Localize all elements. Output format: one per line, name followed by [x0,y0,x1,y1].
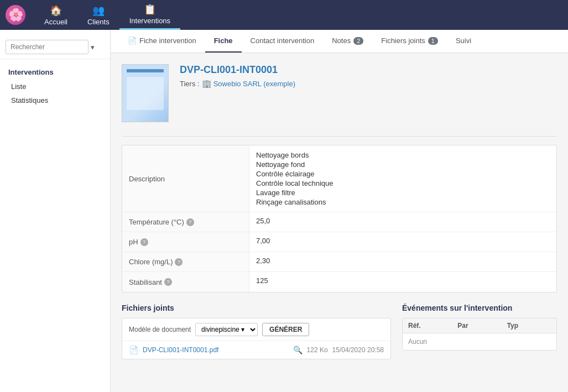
pdf-icon: 📄 [129,346,138,354]
tab-contact-intervention[interactable]: Contact intervention [242,30,324,53]
nav-clients-label: Clients [87,18,110,26]
intervention-tiers: Tiers : 🏢 Sowebio SARL (exemple) [180,79,557,88]
field-value-ph: 7,00 [249,232,556,252]
tab-fichiers-joints[interactable]: Fichiers joints 1 [372,30,447,53]
tab-fiche[interactable]: Fiche [205,30,242,53]
divider [122,136,557,137]
tiers-icon: 🏢 [202,79,211,88]
field-row-ph: pH ? 7,00 [122,232,556,252]
notes-badge: 2 [353,37,363,45]
field-label-temperature: Température (°C) ? [122,212,249,232]
sidebar: ▾ Interventions Liste Statistiques [0,30,111,392]
search-container: ▾ [0,35,110,59]
doc-thumbnail [122,64,169,122]
nav-accueil[interactable]: 🏠 Accueil [34,0,77,30]
tab-notes[interactable]: Notes 2 [323,30,372,53]
app-logo: 🌸 [6,5,25,25]
file-name[interactable]: DVP-CLI001-INT0001.pdf [143,346,289,354]
fiche-content: DVP-CLI001-INT0001 Tiers : 🏢 Sowebio SAR… [111,53,568,370]
sidebar-section-title: Interventions [0,65,110,80]
main-content: 📄 Fiche intervention Fiche Contact inter… [111,30,568,392]
events-header: Réf. Par Typ [403,318,556,333]
fichiers-section: Fichiers joints Modèle de document divin… [122,304,391,359]
intervention-info: DVP-CLI001-INT0001 Tiers : 🏢 Sowebio SAR… [180,64,557,88]
tabs-bar: 📄 Fiche intervention Fiche Contact inter… [111,30,568,53]
help-icon-stabilisant[interactable]: ? [164,278,172,286]
tab-suivi[interactable]: Suivi [447,30,480,53]
help-icon-ph[interactable]: ? [140,238,148,246]
home-icon: 🏠 [50,4,62,17]
field-value-chlore: 2,30 [249,252,556,271]
field-row-temperature: Température (°C) ? 25,0 [122,212,556,232]
tiers-link[interactable]: Sowebio SARL (exemple) [213,80,295,88]
field-label-ph: pH ? [122,232,249,252]
search-dropdown-icon[interactable]: ▾ [91,43,95,51]
help-icon-chlore[interactable]: ? [175,258,183,266]
file-toolbar: Modèle de document divinepiscine ▾ GÉNÉR… [122,318,390,341]
intervention-id: DVP-CLI001-INT0001 [180,64,557,76]
field-row-chlore: Chlore (mg/L) ? 2,30 [122,252,556,272]
clients-icon: 👥 [92,4,105,17]
events-empty: Aucun [403,333,556,350]
field-label-stabilisant: Stabilisant ? [122,272,249,292]
nav-interventions[interactable]: 📋 Interventions [119,0,180,30]
nav-interventions-label: Interventions [129,17,170,25]
file-date: 15/04/2020 20:58 [332,346,384,354]
bottom-grid: Fichiers joints Modèle de document divin… [122,304,557,359]
nav-accueil-label: Accueil [44,18,67,26]
file-table: Modèle de document divinepiscine ▾ GÉNÉR… [122,318,391,359]
fields-table: Description Nettoyage bords Nettoyage fo… [122,145,557,292]
events-table: Réf. Par Typ Aucun [402,318,557,351]
top-navigation: 🌸 🏠 Accueil 👥 Clients 📋 Interventions [0,0,568,30]
modele-select[interactable]: divinepiscine ▾ [195,323,258,336]
intervention-header: DVP-CLI001-INT0001 Tiers : 🏢 Sowebio SAR… [122,64,557,122]
fichiers-title: Fichiers joints [122,304,391,312]
field-value-description: Nettoyage bords Nettoyage fond Contrôle … [249,145,556,212]
field-row-stabilisant: Stabilisant ? 125 [122,272,556,292]
evenements-section: Événements sur l'intervention Réf. Par T… [402,304,557,359]
field-label-description: Description [122,145,249,212]
fichiers-badge: 1 [428,37,438,45]
field-row-description: Description Nettoyage bords Nettoyage fo… [122,145,556,212]
evenements-title: Événements sur l'intervention [402,304,557,312]
tab-fiche-intervention[interactable]: 📄 Fiche intervention [119,30,205,53]
generer-button[interactable]: GÉNÉRER [262,323,309,336]
field-value-stabilisant: 125 [249,272,556,292]
modele-label: Modèle de document [129,326,191,333]
file-size: 122 Ko [307,346,328,354]
help-icon-temperature[interactable]: ? [186,218,194,226]
fiche-intervention-icon: 📄 [128,36,137,45]
field-value-temperature: 25,0 [249,212,556,232]
search-input[interactable] [6,40,88,54]
nav-clients[interactable]: 👥 Clients [77,0,119,30]
sidebar-item-statistiques[interactable]: Statistiques [0,93,110,107]
file-row: 📄 DVP-CLI001-INT0001.pdf 🔍 122 Ko 15/04/… [122,341,390,359]
interventions-icon: 📋 [144,3,156,15]
file-search-icon[interactable]: 🔍 [293,346,303,354]
sidebar-item-liste[interactable]: Liste [0,80,110,93]
field-label-chlore: Chlore (mg/L) ? [122,252,249,271]
